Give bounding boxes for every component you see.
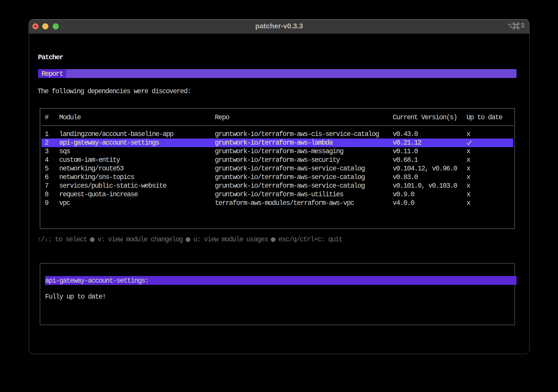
svg-text:3: 3 bbox=[521, 22, 524, 29]
